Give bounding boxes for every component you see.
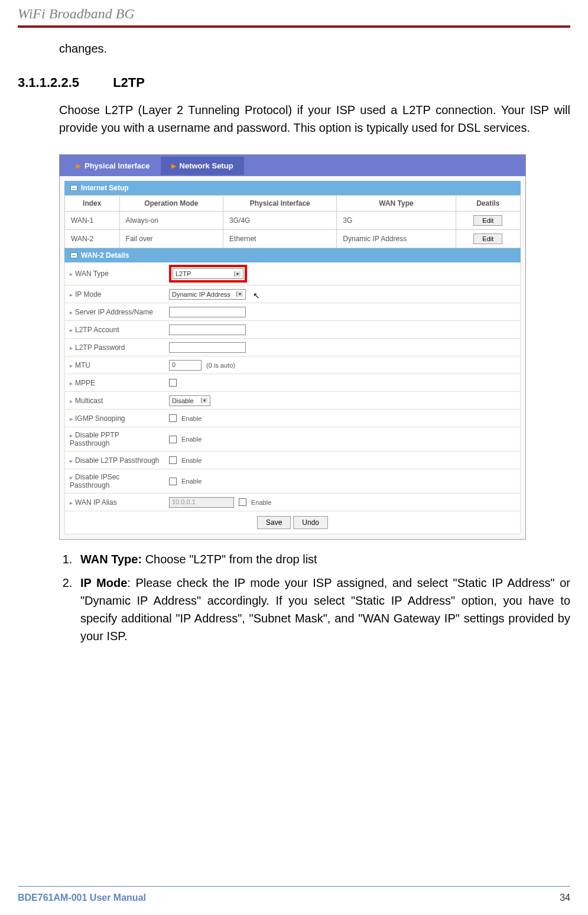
arrow-icon: ▶ xyxy=(76,163,81,169)
ipsec-checkbox[interactable] xyxy=(169,478,177,485)
internet-setup-banner: Internet Setup xyxy=(64,181,521,195)
pptp-checkbox[interactable] xyxy=(169,436,177,443)
alias-checkbox[interactable] xyxy=(239,498,246,506)
row-igmp: ▸IGMP Snooping Enable xyxy=(64,410,521,427)
ip-mode-select[interactable]: Dynamic IP Address▾ xyxy=(169,289,246,300)
server-ip-input[interactable] xyxy=(169,307,246,317)
row-wan-ip-alias: ▸WAN IP Alias 10.0.0.1 Enable xyxy=(64,494,521,511)
label-igmp: ▸IGMP Snooping xyxy=(65,411,165,426)
undo-button[interactable]: Undo xyxy=(293,516,328,529)
intro-paragraph: Choose L2TP (Layer 2 Tunneling Protocol)… xyxy=(59,101,570,137)
section-number: 3.1.1.2.2.5 xyxy=(18,75,109,90)
row-l2tp-pass: ▸Disable L2TP Passthrough Enable xyxy=(64,452,521,469)
row-mtu: ▸MTU 0 (0 is auto) xyxy=(64,356,521,374)
label-mtu: ▸MTU xyxy=(65,358,165,373)
select-value: Disable xyxy=(172,397,194,404)
select-value: L2TP xyxy=(176,270,191,277)
row-l2tp-password: ▸L2TP Password xyxy=(64,339,521,356)
row-wan-type: ▸WAN Type L2TP▾ xyxy=(64,262,521,285)
label-wan-type: ▸WAN Type xyxy=(65,266,165,281)
chevron-down-icon: ▾ xyxy=(201,398,207,403)
mppe-checkbox[interactable] xyxy=(169,379,177,387)
cell-edit: Edit xyxy=(456,212,520,230)
label-wan-ip-alias: ▸WAN IP Alias xyxy=(65,495,165,510)
label-ipsec: ▸Disable IPSec Passthrough xyxy=(65,469,165,493)
l2tp-password-input[interactable] xyxy=(169,342,246,353)
list-text: : Please check the IP mode your ISP assi… xyxy=(80,576,570,643)
igmp-checkbox[interactable] xyxy=(169,414,177,422)
col-physical-interface: Physical Interface xyxy=(223,196,337,212)
label-l2tp-account: ▸L2TP Account xyxy=(65,322,165,338)
highlight-box: L2TP▾ xyxy=(169,265,247,283)
banner-label: Internet Setup xyxy=(81,184,129,192)
mtu-hint: (0 is auto) xyxy=(206,362,235,369)
table-row: WAN-2 Fail over Ethernet Dynamic IP Addr… xyxy=(65,230,521,248)
multicast-select[interactable]: Disable▾ xyxy=(169,395,210,406)
row-l2tp-account: ▸L2TP Account xyxy=(64,321,521,339)
cell-wan: Dynamic IP Address xyxy=(337,230,456,248)
cell-op: Fail over xyxy=(119,230,223,248)
wan2-details-banner: WAN-2 Details xyxy=(64,248,521,262)
section-heading: 3.1.1.2.2.5 L2TP xyxy=(18,75,570,90)
footer-left: BDE761AM-001 User Manual xyxy=(18,893,146,903)
button-row: SaveUndo xyxy=(64,511,521,534)
label-mppe: ▸MPPE xyxy=(65,375,165,391)
prev-paragraph-tail: changes. xyxy=(59,40,570,57)
l2tp-account-input[interactable] xyxy=(169,325,246,335)
l2tp-checkbox[interactable] xyxy=(169,456,177,464)
cell-index: WAN-2 xyxy=(65,230,120,248)
label-l2tp-password: ▸L2TP Password xyxy=(65,340,165,355)
tab-physical-interface[interactable]: ▶ Physical Interface xyxy=(66,157,161,175)
alias-opt: Enable xyxy=(251,499,271,506)
list-item: WAN Type: Choose "L2TP" from the drop li… xyxy=(76,550,570,568)
chevron-down-icon: ▾ xyxy=(234,271,241,277)
row-mppe: ▸MPPE xyxy=(64,374,521,392)
cell-index: WAN-1 xyxy=(65,212,120,230)
arrow-icon: ▶ xyxy=(171,163,176,169)
row-ipsec: ▸Disable IPSec Passthrough Enable xyxy=(64,469,521,494)
cell-pi: Ethernet xyxy=(223,230,337,248)
mtu-input[interactable]: 0 xyxy=(169,360,202,371)
col-index: Index xyxy=(65,196,120,212)
section-title: L2TP xyxy=(113,75,145,90)
page-footer: BDE761AM-001 User Manual 34 xyxy=(18,893,570,903)
panel: Internet Setup Index Operation Mode Phys… xyxy=(60,176,525,539)
ui-screenshot: ▶ Physical Interface ▶ Network Setup Int… xyxy=(59,154,526,540)
label-multicast: ▸Multicast xyxy=(65,393,165,408)
label-ip-mode: ▸IP Mode xyxy=(65,287,165,302)
cell-edit: Edit xyxy=(456,230,520,248)
list-text: Choose "L2TP" from the drop list xyxy=(142,553,317,566)
footer-rule xyxy=(18,886,570,887)
numbered-list: WAN Type: Choose "L2TP" from the drop li… xyxy=(59,550,570,645)
chevron-down-icon: ▾ xyxy=(236,291,243,297)
wan-ip-alias-input[interactable]: 10.0.0.1 xyxy=(169,497,234,508)
label-pptp: ▸Disable PPTP Passthrough xyxy=(65,427,165,451)
list-bold: IP Mode xyxy=(80,576,127,589)
select-value: Dynamic IP Address xyxy=(172,291,230,298)
row-pptp: ▸Disable PPTP Passthrough Enable xyxy=(64,427,521,452)
edit-button[interactable]: Edit xyxy=(473,233,502,244)
content-area: changes. 3.1.1.2.2.5 L2TP Choose L2TP (L… xyxy=(0,28,588,645)
save-button[interactable]: Save xyxy=(257,516,291,529)
panel-icon xyxy=(70,185,77,191)
table-header-row: Index Operation Mode Physical Interface … xyxy=(65,196,521,212)
list-item: IP Mode: Please check the IP mode your I… xyxy=(76,574,570,645)
row-multicast: ▸Multicast Disable▾ xyxy=(64,392,521,410)
cell-pi: 3G/4G xyxy=(223,212,337,230)
cell-op: Always-on xyxy=(119,212,223,230)
row-server-ip: ▸Server IP Address/Name xyxy=(64,303,521,321)
tab-label: Network Setup xyxy=(180,161,233,170)
wan-type-select[interactable]: L2TP▾ xyxy=(173,268,243,279)
col-wan-type: WAN Type xyxy=(337,196,456,212)
label-l2tp-pass: ▸Disable L2TP Passthrough xyxy=(65,453,165,468)
tab-network-setup[interactable]: ▶ Network Setup xyxy=(161,157,244,175)
pptp-opt: Enable xyxy=(181,436,202,443)
col-details: Deatils xyxy=(456,196,520,212)
table-row: WAN-1 Always-on 3G/4G 3G Edit xyxy=(65,212,521,230)
l2tp-opt: Enable xyxy=(181,457,202,464)
cell-wan: 3G xyxy=(337,212,456,230)
label-server-ip: ▸Server IP Address/Name xyxy=(65,304,165,320)
tab-label: Physical Interface xyxy=(85,161,150,170)
list-bold: WAN Type: xyxy=(80,553,142,566)
edit-button[interactable]: Edit xyxy=(473,215,502,226)
